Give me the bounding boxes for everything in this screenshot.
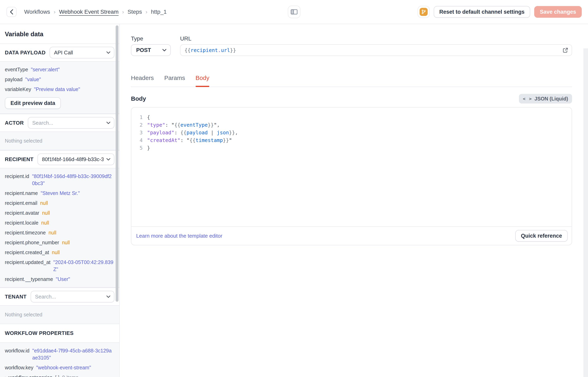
variable-row: variableKey "Preview data value"	[5, 86, 114, 93]
actor-empty-block: Nothing selected	[0, 131, 119, 150]
variable-key: recipient.locale	[5, 219, 38, 226]
learn-more-link[interactable]: Learn more about the template editor	[136, 233, 222, 239]
http-method-select[interactable]: POST	[131, 44, 171, 56]
chevron-down-icon	[106, 51, 110, 54]
variable-value: "2024-03-05T00:42:29.839Z"	[53, 259, 114, 273]
payload-preview-block: eventType "server:alert" payload "value"…	[0, 61, 119, 114]
tenant-search-select[interactable]: Search...	[31, 291, 114, 303]
chevron-down-icon	[106, 122, 110, 124]
variable-key: recipient.__typename	[5, 276, 53, 283]
variable-key: workflow.categories	[8, 374, 52, 377]
tenant-empty-block: Nothing selected	[0, 305, 119, 324]
variable-value: "server:alert"	[31, 66, 60, 73]
breadcrumb-item[interactable]: Steps ›	[128, 9, 147, 15]
commit-status-button[interactable]	[418, 6, 430, 18]
edit-preview-data-button[interactable]: Edit preview data	[5, 97, 61, 109]
tab[interactable]: Params	[164, 74, 185, 87]
actor-label: ACTOR	[5, 120, 24, 126]
breadcrumb-item[interactable]: Workflows ›	[24, 9, 55, 15]
page-scrollbar-track[interactable]	[583, 48, 588, 377]
variable-value: "80f1f4bf-166d-48f9-b33c-39009df20bc3"	[32, 173, 114, 187]
header-actions: Reset to default channel settings Save c…	[418, 6, 582, 18]
breadcrumb-item[interactable]: http_1 ›	[151, 9, 167, 15]
variable-value: "e91ddae4-7f99-45cb-a688-3c129aae3105"	[32, 347, 114, 361]
actor-search-placeholder: Search...	[32, 120, 53, 126]
variable-key: recipient.timezone	[5, 229, 46, 236]
tenant-label: TENANT	[5, 294, 27, 300]
tenant-row: TENANT Search...	[0, 288, 119, 305]
variable-key: recipient.name	[5, 190, 38, 197]
data-payload-label: DATA PAYLOAD	[5, 49, 46, 56]
save-changes-button[interactable]: Save changes	[534, 6, 582, 18]
variable-key: workflow.key	[5, 364, 34, 371]
data-payload-select-value: API Call	[54, 49, 73, 56]
workflow-properties-title: WORKFLOW PROPERTIES	[5, 330, 73, 336]
back-button[interactable]	[6, 7, 16, 17]
actor-search-select[interactable]: Search...	[28, 117, 114, 129]
variable-key: variableKey	[5, 86, 31, 93]
recipient-select[interactable]: 80f1f4bf-166d-48f9-b33c-39009df20bc3	[37, 153, 114, 165]
top-header: Workflows › Webhook Event Stream › Steps…	[0, 0, 588, 24]
variable-key: recipient.avatar	[5, 210, 39, 216]
panel-layout-icon	[291, 9, 298, 15]
actor-empty-note: Nothing selected	[5, 136, 114, 145]
variable-row: recipient.avatar null	[5, 210, 114, 216]
external-link-icon[interactable]	[563, 47, 568, 53]
recipient-row: RECIPIENT 80f1f4bf-166d-48f9-b33c-39009d…	[0, 150, 119, 168]
workflow-vars-block: workflow.id "e91ddae4-7f99-45cb-a688-3c1…	[0, 342, 119, 377]
url-input[interactable]: {{recipient.url}}	[180, 44, 572, 56]
variable-data-panel: Variable data DATA PAYLOAD API Call even…	[0, 24, 120, 377]
variable-row: workflow.id "e91ddae4-7f99-45cb-a688-3c1…	[5, 347, 114, 361]
variable-key: recipient.id	[5, 173, 29, 187]
variable-row: recipient.email null	[5, 200, 114, 207]
request-editor-panel: Type POST URL {{recipient.url}}	[120, 24, 588, 377]
variable-row: recipient.timezone null	[5, 229, 114, 236]
url-value: {{recipient.url}}	[185, 47, 236, 53]
variable-key: recipient.created_at	[5, 249, 49, 256]
variable-key: eventType	[5, 66, 28, 73]
variable-row: recipient.id "80f1f4bf-166d-48f9-b33c-39…	[5, 173, 114, 187]
code-line: 4"createdAt": "{{timestamp}}"	[131, 137, 572, 144]
variable-key: recipient.email	[5, 200, 37, 207]
breadcrumb-item[interactable]: Webhook Event Stream ›	[59, 9, 124, 15]
variable-row: recipient.phone_number null	[5, 239, 114, 246]
line-number: 5	[131, 144, 143, 152]
empty-array-badge: [ ]	[55, 374, 59, 377]
breadcrumb-separator: ›	[54, 9, 56, 15]
type-label: Type	[131, 35, 171, 42]
code-area[interactable]: 1{2"type": "{{eventType}}",3"payload": {…	[131, 107, 572, 226]
variable-value: null	[42, 210, 50, 216]
chevron-left-icon	[10, 9, 13, 14]
variable-value: "value"	[25, 76, 41, 83]
reset-channel-settings-button[interactable]: Reset to default channel settings	[434, 6, 530, 18]
data-payload-row: DATA PAYLOAD API Call	[0, 44, 119, 61]
panel-title: Variable data	[0, 24, 119, 44]
item-count: 0 items	[62, 374, 78, 377]
variable-row: recipient.name "Steven Metz Sr."	[5, 190, 114, 197]
tenant-empty-note: Nothing selected	[5, 310, 114, 319]
line-number: 3	[131, 129, 143, 137]
tenant-search-placeholder: Search...	[35, 294, 56, 300]
sidebar-scrollbar-thumb[interactable]	[116, 25, 118, 302]
url-label: URL	[180, 35, 572, 42]
editor-footer: Learn more about the template editor Qui…	[131, 226, 572, 245]
quick-reference-button[interactable]: Quick reference	[515, 230, 568, 242]
request-tabs: Headers Params Body	[131, 74, 572, 87]
code-line: 1{	[131, 114, 572, 121]
expand-chevron-icon[interactable]: ›	[5, 374, 6, 377]
tab[interactable]: Headers	[131, 74, 154, 87]
variable-key: recipient.phone_number	[5, 239, 59, 246]
breadcrumb-label: Workflows	[24, 9, 50, 15]
tab-label: Headers	[131, 74, 154, 81]
workflow-properties-header: WORKFLOW PROPERTIES	[0, 324, 119, 342]
variable-value: "Steven Metz Sr."	[41, 190, 80, 197]
variable-value: "User"	[56, 276, 70, 283]
tab[interactable]: Body	[196, 74, 209, 87]
sidebar-toggle-button[interactable]	[288, 6, 300, 18]
actor-row: ACTOR Search...	[0, 114, 119, 131]
data-payload-select[interactable]: API Call	[49, 47, 114, 59]
tab-label: Body	[196, 74, 209, 81]
variable-value: null	[62, 239, 70, 246]
line-number: 1	[131, 114, 143, 121]
tab-label: Params	[164, 74, 185, 81]
